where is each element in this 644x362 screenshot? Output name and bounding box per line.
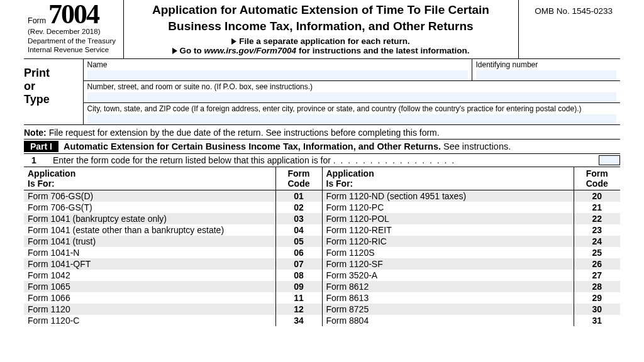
form-revision: (Rev. December 2018) bbox=[28, 27, 119, 36]
application-cell: Form 1120-SF bbox=[322, 258, 574, 270]
form-code-cell: 24 bbox=[574, 236, 620, 247]
table-row: Form 1041 (bankruptcy estate only)03Form… bbox=[24, 213, 620, 224]
line-1-number: 1 bbox=[24, 155, 50, 165]
form-code-cell: 22 bbox=[574, 213, 620, 224]
street-field[interactable] bbox=[87, 92, 617, 102]
form-code-cell: 26 bbox=[574, 258, 620, 270]
col-header-application-right: Application Is For: bbox=[322, 167, 574, 190]
table-row: Form 106611Form 861329 bbox=[24, 292, 620, 304]
table-row: Form 1041 (estate other than a bankruptc… bbox=[24, 224, 620, 236]
form-subtitle-1: File a separate application for each ret… bbox=[128, 36, 514, 46]
form-code-cell: 25 bbox=[574, 247, 620, 258]
application-cell: Form 1120 bbox=[24, 304, 275, 315]
table-row: Form 106509Form 861228 bbox=[24, 281, 620, 292]
form-word: Form bbox=[28, 16, 46, 25]
application-cell: Form 1066 bbox=[24, 292, 275, 304]
form-code-cell: 12 bbox=[275, 304, 322, 315]
application-cell: Form 1120-PC bbox=[322, 202, 574, 213]
line-1-text: Enter the form code for the return liste… bbox=[53, 155, 331, 165]
omb-number: OMB No. 1545-0233 bbox=[535, 6, 613, 16]
form-code-cell: 30 bbox=[574, 304, 620, 315]
form-code-cell: 23 bbox=[574, 224, 620, 236]
identifying-number-label: Identifying number bbox=[476, 60, 538, 69]
form-code-cell: 02 bbox=[275, 202, 322, 213]
application-cell: Form 1065 bbox=[24, 281, 275, 292]
name-field[interactable] bbox=[87, 70, 468, 80]
form-title-line1: Application for Automatic Extension of T… bbox=[128, 3, 514, 18]
form-header: Form 7004 (Rev. December 2018) Departmen… bbox=[24, 0, 620, 59]
note-line: Note: File request for extension by the … bbox=[24, 125, 620, 140]
form-number: 7004 bbox=[48, 0, 99, 30]
form-code-cell: 09 bbox=[275, 281, 322, 292]
dept-irs: Internal Revenue Service bbox=[28, 45, 119, 55]
part-1-heading: Part I Automatic Extension for Certain B… bbox=[24, 140, 620, 154]
table-row: Form 706-GS(T)02Form 1120-PC21 bbox=[24, 202, 620, 213]
application-cell: Form 1120-ND (section 4951 taxes) bbox=[322, 190, 574, 202]
identification-block: Print or Type Name Identifying number Nu… bbox=[24, 59, 620, 125]
form-code-cell: 27 bbox=[574, 270, 620, 281]
part-tab: Part I bbox=[24, 141, 58, 152]
application-cell: Form 1041 (bankruptcy estate only) bbox=[24, 213, 275, 224]
form-code-cell: 07 bbox=[275, 258, 322, 270]
application-cell: Form 1041 (trust) bbox=[24, 236, 275, 247]
application-cell: Form 1041 (estate other than a bankruptc… bbox=[24, 224, 275, 236]
form-codes-table: Application Is For: Form Code Applicatio… bbox=[24, 167, 620, 326]
form-code-cell: 04 bbox=[275, 224, 322, 236]
form-code-cell: 21 bbox=[574, 202, 620, 213]
application-cell: Form 8804 bbox=[322, 315, 574, 326]
col-header-code-right: Form Code bbox=[574, 167, 620, 190]
form-code-cell: 29 bbox=[574, 292, 620, 304]
application-cell: Form 8612 bbox=[322, 281, 574, 292]
table-row: Form 1041 (trust)05Form 1120-RIC24 bbox=[24, 236, 620, 247]
note-text: File request for extension by the due da… bbox=[47, 128, 440, 138]
application-cell: Form 1041-N bbox=[24, 247, 275, 258]
form-code-cell: 03 bbox=[275, 213, 322, 224]
form-code-cell: 08 bbox=[275, 270, 322, 281]
application-cell: Form 3520-A bbox=[322, 270, 574, 281]
part-title-bold: Automatic Extension for Certain Business… bbox=[64, 141, 441, 151]
application-cell: Form 1041-QFT bbox=[24, 258, 275, 270]
application-cell: Form 1120-C bbox=[24, 315, 275, 326]
print-or-type-label: Print or Type bbox=[24, 59, 83, 125]
table-row: Form 104208Form 3520-A27 bbox=[24, 270, 620, 281]
application-cell: Form 706-GS(D) bbox=[24, 190, 275, 202]
form-code-cell: 06 bbox=[275, 247, 322, 258]
form-code-cell: 31 bbox=[574, 315, 620, 326]
form-subtitle-2: Go to www.irs.gov/Form7004 for instructi… bbox=[128, 46, 514, 55]
application-cell: Form 1042 bbox=[24, 270, 275, 281]
application-cell: Form 706-GS(T) bbox=[24, 202, 275, 213]
form-code-cell: 20 bbox=[574, 190, 620, 202]
part-title-rest: See instructions. bbox=[441, 141, 511, 151]
col-header-code-left: Form Code bbox=[275, 167, 322, 190]
form-code-cell: 34 bbox=[275, 315, 322, 326]
table-row: Form 706-GS(D)01Form 1120-ND (section 49… bbox=[24, 190, 620, 202]
table-row: Form 112012Form 872530 bbox=[24, 304, 620, 315]
col-header-application-left: Application Is For: bbox=[24, 167, 275, 190]
identifying-number-field[interactable] bbox=[476, 70, 617, 80]
application-cell: Form 1120-REIT bbox=[322, 224, 574, 236]
application-cell: Form 1120-RIC bbox=[322, 236, 574, 247]
street-label: Number, street, and room or suite no. (I… bbox=[87, 82, 313, 91]
table-row: Form 1120-C34Form 880431 bbox=[24, 315, 620, 326]
line-1-code-input[interactable] bbox=[599, 155, 620, 165]
application-cell: Form 8725 bbox=[322, 304, 574, 315]
form-code-cell: 28 bbox=[574, 281, 620, 292]
form-code-cell: 11 bbox=[275, 292, 322, 304]
table-row: Form 1041-N06Form 1120S25 bbox=[24, 247, 620, 258]
table-row: Form 1041-QFT07Form 1120-SF26 bbox=[24, 258, 620, 270]
dept-treasury: Department of the Treasury bbox=[28, 36, 119, 46]
application-cell: Form 1120S bbox=[322, 247, 574, 258]
note-bold: Note: bbox=[24, 128, 47, 138]
form-title-line2: Business Income Tax, Information, and Ot… bbox=[128, 19, 514, 34]
name-label: Name bbox=[87, 60, 108, 69]
city-field[interactable] bbox=[87, 114, 617, 124]
city-label: City, town, state, and ZIP code (If a fo… bbox=[87, 104, 582, 113]
form-code-cell: 05 bbox=[275, 236, 322, 247]
application-cell: Form 1120-POL bbox=[322, 213, 574, 224]
line-1: 1 Enter the form code for the return lis… bbox=[24, 154, 620, 167]
line-1-leader-dots bbox=[333, 155, 455, 165]
application-cell: Form 8613 bbox=[322, 292, 574, 304]
form-code-cell: 01 bbox=[275, 190, 322, 202]
